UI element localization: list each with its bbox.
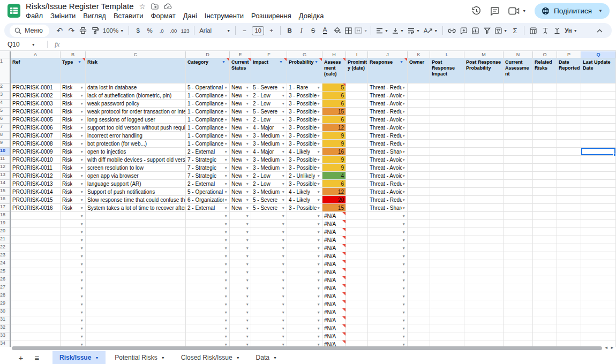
header-cell-I1[interactable]: Proximity (date) — [346, 58, 368, 84]
dropdown-icon[interactable]: ▼ — [224, 286, 229, 290]
cell-G16[interactable]: 4 - Likely▼ — [287, 196, 322, 204]
cell-G22[interactable]: ▼ — [287, 244, 322, 252]
cell-L26[interactable] — [430, 276, 464, 284]
dropdown-icon[interactable]: ▼ — [224, 214, 229, 218]
cell-M28[interactable] — [464, 292, 504, 300]
dropdown-icon[interactable]: ▼ — [317, 286, 322, 290]
cell-M26[interactable] — [464, 276, 504, 284]
dropdown-icon[interactable]: ▼ — [80, 158, 85, 162]
cell-N13[interactable] — [504, 172, 533, 180]
cell-F29[interactable]: ▼ — [251, 300, 287, 308]
cell-P4[interactable] — [557, 100, 581, 108]
cell-M33[interactable] — [464, 332, 504, 340]
cell-J20[interactable]: ▼ — [368, 228, 408, 236]
cell-Q32[interactable] — [581, 324, 616, 332]
cell-D6[interactable]: 1 - Compliance▼ — [186, 116, 230, 124]
cell-Q6[interactable] — [581, 116, 616, 124]
cell-B19[interactable]: ▼ — [61, 220, 86, 228]
cell-H29[interactable]: #N/A — [322, 300, 346, 308]
dropdown-icon[interactable]: ▼ — [224, 142, 229, 146]
cell-N10[interactable] — [504, 148, 533, 156]
cell-K10[interactable] — [408, 148, 430, 156]
vertical-align-button[interactable]: ▼ — [390, 25, 405, 36]
cell-D29[interactable]: ▼ — [186, 300, 230, 308]
dropdown-icon[interactable]: ▼ — [80, 182, 85, 186]
dropdown-icon[interactable]: ▼ — [317, 110, 322, 113]
zoom-select[interactable]: 100%▼ — [101, 25, 125, 36]
cell-M32[interactable] — [464, 324, 504, 332]
cell-O15[interactable] — [533, 188, 557, 196]
dropdown-icon[interactable]: ▼ — [224, 327, 229, 330]
menu-edit[interactable]: Змінити — [47, 11, 79, 20]
col-header-L[interactable]: L — [430, 51, 464, 58]
dropdown-icon[interactable]: ▼ — [317, 278, 322, 282]
dropdown-icon[interactable]: ▼ — [80, 150, 85, 154]
cell-G17[interactable]: 3 - Possible▼ — [287, 204, 322, 212]
cell-N5[interactable] — [504, 108, 533, 116]
cell-N27[interactable] — [504, 284, 533, 292]
dropdown-icon[interactable]: ▼ — [80, 246, 85, 250]
cell-Q30[interactable] — [581, 308, 616, 316]
dropdown-icon[interactable]: ▼ — [281, 222, 287, 226]
cell-K18[interactable] — [408, 212, 430, 220]
cell-F11[interactable]: 3 - Medium▼ — [251, 156, 287, 164]
header-cell-G1[interactable]: Probability▼ — [287, 58, 322, 84]
cell-F33[interactable]: ▼ — [251, 332, 287, 340]
horizontal-align-button[interactable]: ▼ — [374, 25, 390, 36]
cell-F4[interactable]: 2 - Low▼ — [251, 100, 287, 108]
cell-N14[interactable] — [504, 180, 533, 188]
dropdown-icon[interactable]: ▼ — [245, 142, 251, 146]
cell-M3[interactable] — [464, 92, 504, 100]
cell-M14[interactable] — [464, 180, 504, 188]
cell-C12[interactable]: screen resolution to low — [86, 164, 186, 172]
dropdown-icon[interactable]: ▼ — [402, 222, 407, 226]
cell-K6[interactable] — [408, 116, 430, 124]
dropdown-icon[interactable]: ▼ — [317, 262, 322, 266]
dropdown-icon[interactable]: ▼ — [80, 94, 85, 97]
row-header-19[interactable]: 19 — [0, 220, 11, 228]
cell-G32[interactable]: ▼ — [287, 324, 322, 332]
cell-A21[interactable] — [11, 236, 61, 244]
dropdown-icon[interactable]: ▼ — [224, 94, 229, 97]
cell-D26[interactable]: ▼ — [186, 276, 230, 284]
dropdown-icon[interactable]: ▼ — [402, 246, 407, 250]
font-select[interactable]: Arial▼ — [198, 25, 232, 36]
cell-M5[interactable] — [464, 108, 504, 116]
header-cell-F1[interactable]: Impact▼ — [251, 58, 287, 84]
cell-H7[interactable]: 12 — [322, 124, 346, 132]
cell-A26[interactable] — [11, 276, 61, 284]
cell-K3[interactable] — [408, 92, 430, 100]
dropdown-icon[interactable]: ▼ — [245, 150, 251, 154]
bold-button[interactable]: B — [284, 25, 295, 36]
cell-K2[interactable] — [408, 84, 430, 92]
text-rotation-button[interactable]: A ▼ — [422, 25, 439, 36]
cell-P8[interactable] — [557, 132, 581, 140]
dropdown-icon[interactable]: ▼ — [80, 206, 85, 210]
cell-P32[interactable] — [557, 324, 581, 332]
col-header-N[interactable]: N — [504, 51, 533, 58]
cell-A32[interactable] — [11, 324, 61, 332]
row-header-2[interactable]: 2 — [0, 84, 11, 92]
cell-D12[interactable]: 7 - Strategic▼ — [186, 164, 230, 172]
cell-L17[interactable] — [430, 204, 464, 212]
cell-M8[interactable] — [464, 132, 504, 140]
scroll-arrows[interactable]: ◂ ▸ — [605, 345, 614, 350]
borders-button[interactable] — [343, 25, 354, 36]
cell-J29[interactable]: ▼ — [368, 300, 408, 308]
dropdown-icon[interactable]: ▼ — [317, 238, 322, 242]
cell-B32[interactable]: ▼ — [61, 324, 86, 332]
header-cell-N1[interactable]: Current Assessment — [504, 58, 533, 84]
toolbar-search[interactable]: Меню — [10, 25, 49, 37]
dropdown-icon[interactable]: ▼ — [245, 230, 251, 234]
cell-F23[interactable]: ▼ — [251, 252, 287, 260]
cell-B28[interactable]: ▼ — [61, 292, 86, 300]
cell-E24[interactable]: ▼ — [230, 260, 251, 268]
cell-L24[interactable] — [430, 260, 464, 268]
cell-N20[interactable] — [504, 228, 533, 236]
cell-K14[interactable] — [408, 180, 430, 188]
cell-P29[interactable] — [557, 300, 581, 308]
dropdown-icon[interactable]: ▼ — [224, 102, 229, 105]
dropdown-icon[interactable]: ▼ — [281, 246, 287, 250]
cell-O30[interactable] — [533, 308, 557, 316]
cell-L20[interactable] — [430, 228, 464, 236]
